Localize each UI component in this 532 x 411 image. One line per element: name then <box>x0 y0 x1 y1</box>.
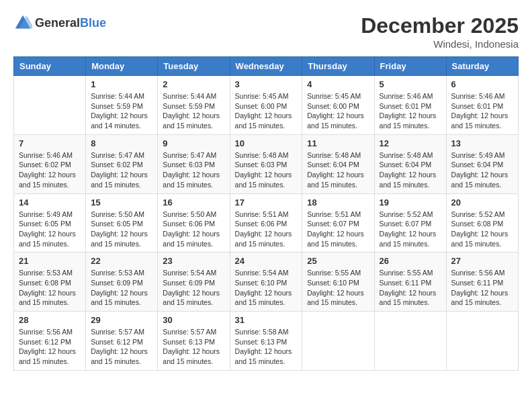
day-number: 18 <box>307 197 369 208</box>
calendar-cell: 20Sunrise: 5:52 AMSunset: 6:08 PMDayligh… <box>446 193 518 253</box>
calendar-cell: 3Sunrise: 5:45 AMSunset: 6:00 PMDaylight… <box>230 76 302 135</box>
day-number: 3 <box>235 79 298 89</box>
day-info: Sunrise: 5:44 AMSunset: 5:59 PMDaylight:… <box>91 91 152 131</box>
day-info: Sunrise: 5:44 AMSunset: 5:59 PMDaylight:… <box>163 91 224 131</box>
calendar-cell: 1Sunrise: 5:44 AMSunset: 5:59 PMDaylight… <box>86 76 158 135</box>
day-number: 27 <box>451 256 513 266</box>
day-info: Sunrise: 5:55 AMSunset: 6:10 PMDaylight:… <box>307 268 369 308</box>
calendar-cell: 11Sunrise: 5:48 AMSunset: 6:04 PMDayligh… <box>302 134 374 193</box>
header-thursday: Thursday <box>302 57 374 76</box>
title-block: December 2025 Windesi, Indonesia <box>361 13 519 50</box>
header-friday: Friday <box>374 57 446 76</box>
calendar-cell: 8Sunrise: 5:47 AMSunset: 6:02 PMDaylight… <box>86 134 158 193</box>
calendar-cell: 23Sunrise: 5:54 AMSunset: 6:09 PMDayligh… <box>158 253 230 312</box>
calendar-week-5: 28Sunrise: 5:56 AMSunset: 6:12 PMDayligh… <box>14 312 519 371</box>
day-number: 13 <box>451 138 513 148</box>
calendar-cell: 21Sunrise: 5:53 AMSunset: 6:08 PMDayligh… <box>14 253 86 312</box>
day-info: Sunrise: 5:48 AMSunset: 6:04 PMDaylight:… <box>380 150 441 190</box>
header-monday: Monday <box>86 57 158 76</box>
logo-text-blue: Blue <box>80 16 106 30</box>
day-number: 26 <box>380 256 441 266</box>
calendar-week-2: 7Sunrise: 5:46 AMSunset: 6:02 PMDaylight… <box>14 134 519 193</box>
calendar-cell: 27Sunrise: 5:56 AMSunset: 6:11 PMDayligh… <box>446 253 518 312</box>
day-info: Sunrise: 5:48 AMSunset: 6:04 PMDaylight:… <box>307 150 369 190</box>
day-info: Sunrise: 5:53 AMSunset: 6:08 PMDaylight:… <box>19 268 81 308</box>
day-info: Sunrise: 5:51 AMSunset: 6:06 PMDaylight:… <box>235 210 298 249</box>
calendar-cell <box>14 76 86 135</box>
day-number: 28 <box>19 315 81 325</box>
calendar-cell: 28Sunrise: 5:56 AMSunset: 6:12 PMDayligh… <box>14 312 86 371</box>
calendar-cell: 4Sunrise: 5:45 AMSunset: 6:00 PMDaylight… <box>302 76 374 135</box>
calendar-header-row: SundayMondayTuesdayWednesdayThursdayFrid… <box>14 57 519 76</box>
header-saturday: Saturday <box>446 57 518 76</box>
day-info: Sunrise: 5:45 AMSunset: 6:00 PMDaylight:… <box>307 91 369 131</box>
calendar-cell: 26Sunrise: 5:55 AMSunset: 6:11 PMDayligh… <box>374 253 446 312</box>
calendar-cell: 24Sunrise: 5:54 AMSunset: 6:10 PMDayligh… <box>230 253 302 312</box>
day-number: 1 <box>91 79 152 89</box>
calendar-table: SundayMondayTuesdayWednesdayThursdayFrid… <box>13 56 519 371</box>
day-number: 24 <box>235 256 298 266</box>
logo: GeneralBlue <box>13 13 106 32</box>
day-number: 11 <box>307 138 369 148</box>
calendar-week-3: 14Sunrise: 5:49 AMSunset: 6:05 PMDayligh… <box>14 193 519 253</box>
day-number: 5 <box>380 79 441 89</box>
day-number: 10 <box>235 138 298 148</box>
day-info: Sunrise: 5:52 AMSunset: 6:07 PMDaylight:… <box>380 210 441 249</box>
day-number: 20 <box>451 197 513 208</box>
day-number: 7 <box>19 138 81 148</box>
day-number: 16 <box>163 197 224 208</box>
day-number: 19 <box>380 197 441 208</box>
day-info: Sunrise: 5:47 AMSunset: 6:02 PMDaylight:… <box>91 150 152 190</box>
day-info: Sunrise: 5:48 AMSunset: 6:03 PMDaylight:… <box>235 150 298 190</box>
day-info: Sunrise: 5:55 AMSunset: 6:11 PMDaylight:… <box>380 268 441 308</box>
day-info: Sunrise: 5:57 AMSunset: 6:12 PMDaylight:… <box>91 327 152 367</box>
calendar-cell: 12Sunrise: 5:48 AMSunset: 6:04 PMDayligh… <box>374 134 446 193</box>
header-sunday: Sunday <box>14 57 86 76</box>
header-tuesday: Tuesday <box>158 57 230 76</box>
logo-text-general: General <box>35 16 80 30</box>
header-wednesday: Wednesday <box>230 57 302 76</box>
day-number: 21 <box>19 256 81 266</box>
day-number: 2 <box>163 79 224 89</box>
day-number: 31 <box>235 315 298 325</box>
calendar-cell: 14Sunrise: 5:49 AMSunset: 6:05 PMDayligh… <box>14 193 86 253</box>
day-number: 23 <box>163 256 224 266</box>
day-info: Sunrise: 5:45 AMSunset: 6:00 PMDaylight:… <box>235 91 298 131</box>
day-number: 6 <box>451 79 513 89</box>
calendar-cell: 9Sunrise: 5:47 AMSunset: 6:03 PMDaylight… <box>158 134 230 193</box>
calendar-cell: 7Sunrise: 5:46 AMSunset: 6:02 PMDaylight… <box>14 134 86 193</box>
calendar-cell: 10Sunrise: 5:48 AMSunset: 6:03 PMDayligh… <box>230 134 302 193</box>
logo-icon <box>13 13 32 32</box>
day-number: 25 <box>307 256 369 266</box>
day-info: Sunrise: 5:56 AMSunset: 6:12 PMDaylight:… <box>19 327 81 367</box>
day-info: Sunrise: 5:49 AMSunset: 6:04 PMDaylight:… <box>451 150 513 190</box>
day-number: 12 <box>380 138 441 148</box>
calendar-cell: 5Sunrise: 5:46 AMSunset: 6:01 PMDaylight… <box>374 76 446 135</box>
calendar-cell: 25Sunrise: 5:55 AMSunset: 6:10 PMDayligh… <box>302 253 374 312</box>
calendar-cell: 15Sunrise: 5:50 AMSunset: 6:05 PMDayligh… <box>86 193 158 253</box>
day-info: Sunrise: 5:50 AMSunset: 6:06 PMDaylight:… <box>163 210 224 249</box>
calendar-cell: 19Sunrise: 5:52 AMSunset: 6:07 PMDayligh… <box>374 193 446 253</box>
day-info: Sunrise: 5:58 AMSunset: 6:13 PMDaylight:… <box>235 327 298 367</box>
calendar-cell: 31Sunrise: 5:58 AMSunset: 6:13 PMDayligh… <box>230 312 302 371</box>
calendar-cell: 29Sunrise: 5:57 AMSunset: 6:12 PMDayligh… <box>86 312 158 371</box>
day-number: 9 <box>163 138 224 148</box>
day-number: 30 <box>163 315 224 325</box>
calendar-cell: 16Sunrise: 5:50 AMSunset: 6:06 PMDayligh… <box>158 193 230 253</box>
calendar-cell: 6Sunrise: 5:46 AMSunset: 6:01 PMDaylight… <box>446 76 518 135</box>
calendar-cell <box>302 312 374 371</box>
day-info: Sunrise: 5:52 AMSunset: 6:08 PMDaylight:… <box>451 210 513 249</box>
day-info: Sunrise: 5:50 AMSunset: 6:05 PMDaylight:… <box>91 210 152 249</box>
calendar-cell: 17Sunrise: 5:51 AMSunset: 6:06 PMDayligh… <box>230 193 302 253</box>
day-info: Sunrise: 5:49 AMSunset: 6:05 PMDaylight:… <box>19 210 81 249</box>
calendar-cell: 13Sunrise: 5:49 AMSunset: 6:04 PMDayligh… <box>446 134 518 193</box>
calendar-cell: 22Sunrise: 5:53 AMSunset: 6:09 PMDayligh… <box>86 253 158 312</box>
day-info: Sunrise: 5:47 AMSunset: 6:03 PMDaylight:… <box>163 150 224 190</box>
day-info: Sunrise: 5:51 AMSunset: 6:07 PMDaylight:… <box>307 210 369 249</box>
day-number: 14 <box>19 197 81 208</box>
day-number: 15 <box>91 197 152 208</box>
day-info: Sunrise: 5:54 AMSunset: 6:10 PMDaylight:… <box>235 268 298 308</box>
day-number: 22 <box>91 256 152 266</box>
day-info: Sunrise: 5:56 AMSunset: 6:11 PMDaylight:… <box>451 268 513 308</box>
location-title: Windesi, Indonesia <box>361 38 519 50</box>
